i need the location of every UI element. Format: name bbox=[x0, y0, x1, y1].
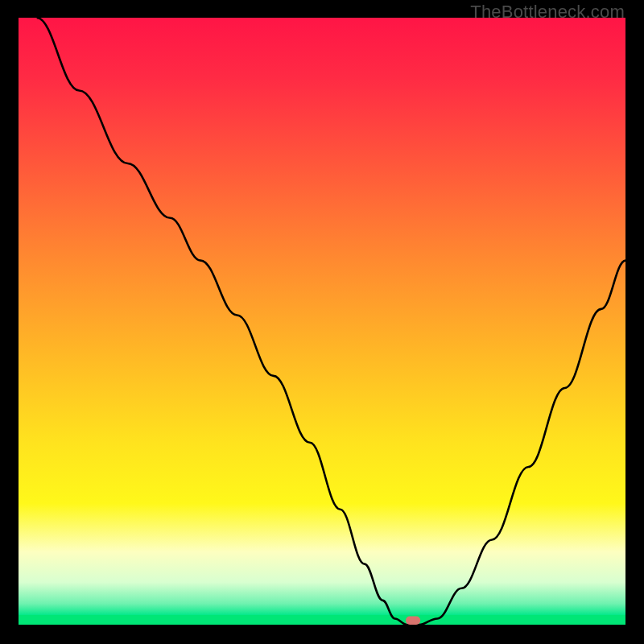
chart-plot-area bbox=[19, 18, 625, 625]
chart-background-gradient bbox=[19, 18, 625, 625]
chart-green-baseline bbox=[19, 615, 625, 625]
chart-optimal-marker bbox=[406, 616, 420, 625]
chart-svg bbox=[19, 18, 625, 625]
